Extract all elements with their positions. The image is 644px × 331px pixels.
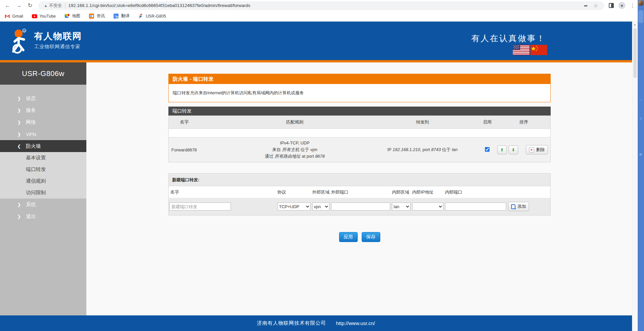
sidebar-item-vpn[interactable]: ❯ VPN — [0, 128, 86, 140]
svg-text:文: 文 — [117, 16, 119, 19]
bookmark-youtube[interactable]: YouTube — [32, 14, 56, 19]
external-zone-select[interactable]: vpn — [312, 203, 329, 210]
delete-x-icon: ✕ — [529, 147, 534, 152]
rule-name: Forward8678 — [169, 147, 222, 152]
chevron-right-icon: ❯ — [17, 96, 26, 101]
sidebar-item-services[interactable]: ❯ 服务 — [0, 104, 86, 116]
save-button[interactable]: 保存 — [362, 232, 380, 242]
bookmark-news[interactable]: 资讯 — [89, 13, 105, 19]
sidebar-item-system[interactable]: ❯ 系统 — [0, 199, 86, 210]
chevron-right-icon: ❯ — [17, 214, 26, 219]
header-slogan: 有人在认真做事！ — [471, 33, 546, 44]
sort-down-button[interactable]: ⬇︎ — [508, 145, 518, 154]
external-port-input[interactable] — [331, 203, 390, 210]
usr-runner-icon — [138, 14, 143, 19]
bookmarks-bar: Gmail YouTube 地图 资讯 G文 翻译 USR-G805 — [0, 11, 638, 22]
label-internal-port: 内部端口 — [445, 189, 505, 195]
internal-ip-select[interactable] — [412, 203, 443, 210]
bookmark-star-icon[interactable]: ☆ — [594, 3, 598, 8]
page-footer: 济南有人物联网技术有限公司 http://www.usr.cn/ — [0, 315, 632, 331]
footer-company: 济南有人物联网技术有限公司 — [257, 320, 326, 326]
label-protocol: 协议 — [277, 189, 312, 195]
bookmark-maps[interactable]: 地图 — [64, 13, 80, 19]
share-icon[interactable]: ➦ — [584, 3, 588, 8]
table-row: Forward8678 IPv4-TCP, UDP 来自 所有主机 位于 vpn… — [169, 137, 550, 162]
forward-icon[interactable]: → — [15, 2, 23, 9]
news-icon — [89, 14, 94, 19]
internal-port-input[interactable] — [445, 203, 506, 210]
usr-logo: R — [9, 28, 33, 54]
sidebar-item-basic-settings[interactable]: 基本设置 — [0, 152, 86, 164]
bookmark-gmail[interactable]: Gmail — [5, 14, 23, 19]
address-bar[interactable]: ▲ 不安全 192.168.1.1/cgi-bin/luci/;stok=e8e… — [39, 1, 604, 10]
docked-side-app[interactable]: 一 彡 嗫 — [638, 0, 644, 331]
rule-match: IPv4-TCP, UDP 来自 所有主机 位于 vpn 通过 所有路由地址 a… — [222, 140, 368, 160]
sidebar-item-port-forwards[interactable]: 端口转发 — [0, 164, 86, 175]
sidebar-item-status[interactable]: ❯ 状态 — [0, 92, 86, 104]
chevron-right-icon: ❯ — [17, 120, 26, 125]
arrow-down-icon: ⬇︎ — [511, 147, 515, 152]
sidebar-item-network[interactable]: ❯ 网络 — [0, 116, 86, 128]
label-internal-zone: 内部区域 — [392, 189, 412, 195]
delete-button[interactable]: ✕ 删除 — [526, 145, 548, 154]
not-secure-icon: ▲ — [44, 3, 48, 8]
side-panel-icon[interactable] — [609, 3, 614, 8]
not-secure-label: 不安全 — [49, 3, 62, 9]
page-title: 防火墙 - 端口转发 — [169, 74, 550, 84]
add-button[interactable]: 添加 — [508, 202, 529, 211]
internal-zone-select[interactable]: lan — [392, 203, 411, 210]
table-spacer — [169, 129, 550, 137]
page-scrollbar[interactable]: ▲ — [632, 22, 638, 331]
back-icon[interactable]: ← — [4, 2, 11, 9]
new-name-input[interactable] — [169, 203, 231, 210]
chevron-right-icon: ❯ — [17, 108, 26, 113]
brand-title: 有人物联网 — [34, 30, 82, 42]
apply-button[interactable]: 应用 — [339, 232, 358, 242]
menu-dots-icon[interactable]: ⋮ — [630, 3, 635, 9]
dock-avatar[interactable] — [638, 1, 643, 6]
dock-glyph: 嗫 — [639, 153, 642, 156]
brand-subtitle: 工业物联网通信专家 — [34, 43, 81, 50]
flag-chinese[interactable] — [530, 45, 547, 55]
section-title: 端口转发 — [168, 107, 551, 116]
label-internal-ip: 内部IP地址 — [412, 189, 445, 195]
scroll-up-arrow-icon[interactable]: ▲ — [633, 23, 636, 26]
sidebar-item-traffic-rules[interactable]: 通信规则 — [0, 175, 86, 187]
enable-checkbox[interactable] — [485, 147, 490, 152]
column-match: 匹配规则 — [222, 119, 368, 125]
label-external-zone: 外部区域 — [312, 189, 331, 195]
url-text[interactable]: 192.168.1.1/cgi-bin/luci/;stok=e8ef9cd6c… — [68, 3, 581, 8]
footer-url-link[interactable]: http://www.usr.cn/ — [336, 320, 375, 326]
dock-card[interactable] — [638, 10, 643, 23]
bookmark-translate[interactable]: G文 翻译 — [114, 13, 130, 19]
form-title: 新建端口转发: — [169, 174, 550, 186]
profile-avatar[interactable]: ● — [618, 2, 625, 9]
content-area: 防火墙 - 端口转发 端口转发允许来自Internet的计算机访问私有局域网内的… — [86, 62, 632, 315]
reload-icon[interactable]: ↻ — [27, 2, 34, 9]
add-document-icon — [511, 204, 515, 209]
youtube-icon — [32, 14, 37, 19]
dock-glyph: 一 — [639, 100, 642, 102]
flag-english[interactable] — [513, 45, 529, 55]
page-title-panel: 防火墙 - 端口转发 端口转发允许来自Internet的计算机访问私有局域网内的… — [168, 74, 551, 102]
new-forward-form: 新建端口转发: 名字 协议 外部区域 外部端口 内部区域 内部IP地址 内部端口… — [168, 173, 551, 215]
dock-glyph: 彡 — [639, 118, 642, 120]
site-header: R 有人物联网 工业物联网通信专家 有人在认真做事！ — [0, 22, 632, 60]
scrollbar-thumb[interactable] — [633, 28, 637, 78]
arrow-up-icon: ⬆︎ — [500, 147, 504, 152]
rule-forward-to: IP 192.168.1.210, port 8743 位于 lan — [368, 147, 477, 153]
column-enable: 启用 — [477, 119, 497, 125]
sidebar-item-logout[interactable]: ❯ 退出 — [0, 210, 86, 222]
sort-up-button[interactable]: ⬆︎ — [497, 145, 507, 154]
sidebar-item-firewall[interactable]: ❮︎ 防火墙 — [0, 140, 86, 152]
bookmark-usr-g805[interactable]: USR-G805 — [138, 14, 166, 19]
protocol-select[interactable]: TCP+UDP — [277, 203, 311, 210]
page-description: 端口转发允许来自Internet的计算机访问私有局域网内的计算机或服务 — [169, 84, 550, 102]
maps-icon — [64, 14, 70, 19]
browser-toolbar: ← → ↻ ▲ 不安全 192.168.1.1/cgi-bin/luci/;st… — [0, 0, 638, 11]
sidebar-item-access-restrict[interactable]: 访问限制 — [0, 187, 86, 199]
port-forwards-section: 端口转发 名字 匹配规则 转发到 启用 排序 Forward8678 IPv4-… — [168, 107, 551, 162]
device-name: USR-G806w — [0, 62, 86, 85]
label-external-port: 外部端口 — [331, 189, 392, 195]
divider — [65, 3, 65, 8]
